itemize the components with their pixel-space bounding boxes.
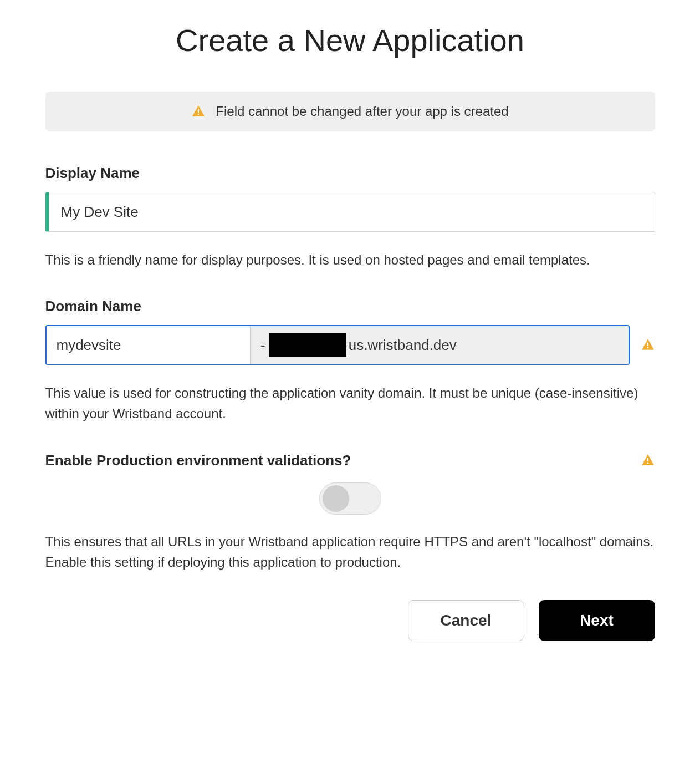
domain-suffix-text: us.wristband.dev	[349, 337, 457, 354]
svg-rect-4	[647, 458, 648, 462]
svg-rect-0	[198, 109, 199, 113]
svg-rect-3	[647, 347, 648, 348]
domain-name-label: Domain Name	[45, 298, 655, 315]
cancel-button[interactable]: Cancel	[408, 600, 524, 641]
production-validations-helper: This ensures that all URLs in your Wrist…	[45, 531, 655, 572]
form-actions: Cancel Next	[45, 600, 655, 641]
toggle-wrap	[45, 482, 655, 515]
page-title: Create a New Application	[45, 22, 655, 58]
production-validations-group: Enable Production environment validation…	[45, 452, 655, 572]
banner-message: Field cannot be changed after your app i…	[216, 104, 508, 119]
svg-rect-1	[198, 114, 199, 115]
production-validations-label-row: Enable Production environment validation…	[45, 452, 655, 469]
warning-icon	[191, 104, 206, 119]
warning-icon	[641, 338, 655, 352]
domain-input-wrap: - us.wristband.dev	[45, 325, 630, 365]
domain-suffix-redacted	[269, 333, 346, 357]
svg-rect-5	[647, 463, 648, 464]
display-name-input[interactable]	[45, 192, 655, 232]
display-name-group: Display Name This is a friendly name for…	[45, 165, 655, 270]
next-button[interactable]: Next	[539, 600, 655, 641]
create-application-form: Create a New Application Field cannot be…	[45, 22, 655, 641]
domain-name-group: Domain Name - us.wristband.dev This valu…	[45, 298, 655, 424]
display-name-label: Display Name	[45, 165, 655, 182]
production-validations-toggle[interactable]	[319, 482, 381, 515]
svg-rect-2	[647, 343, 648, 347]
domain-row: - us.wristband.dev	[45, 325, 655, 365]
domain-suffix: - us.wristband.dev	[250, 326, 629, 364]
domain-name-helper: This value is used for constructing the …	[45, 383, 655, 424]
domain-name-input[interactable]	[47, 326, 251, 364]
display-name-helper: This is a friendly name for display purp…	[45, 250, 655, 270]
production-validations-label: Enable Production environment validation…	[45, 452, 351, 469]
warning-icon	[641, 453, 655, 468]
info-banner: Field cannot be changed after your app i…	[45, 92, 655, 131]
domain-suffix-dash: -	[260, 337, 265, 354]
toggle-knob	[323, 485, 349, 512]
